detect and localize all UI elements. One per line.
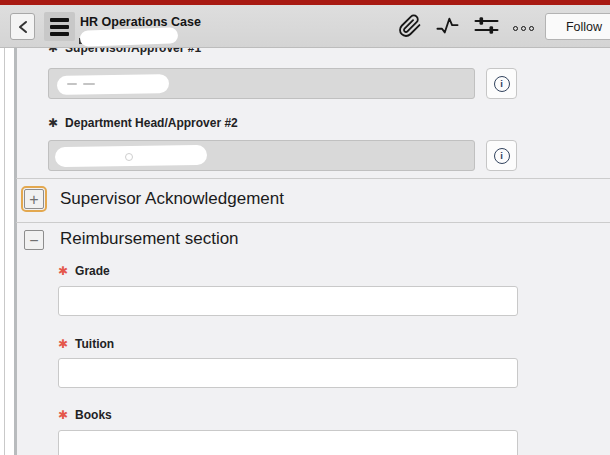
field-label-grade: ✱ Grade xyxy=(58,264,110,278)
field-label-books: ✱ Books xyxy=(58,408,112,422)
case-number-redaction xyxy=(80,27,178,46)
sliders-icon xyxy=(474,14,499,38)
section-title-supervisor-acknowledgement[interactable]: Supervisor Acknowledgement xyxy=(60,189,284,209)
department-head-approver-2-field[interactable] xyxy=(48,140,475,171)
expand-section-button[interactable]: + xyxy=(24,189,44,209)
personalize-form-button[interactable] xyxy=(472,10,500,42)
info-icon: i xyxy=(494,76,510,92)
page-title: HR Operations Case xyxy=(80,15,201,29)
section-title-reimbursement-section[interactable]: Reimbursement section xyxy=(60,229,239,249)
collapse-section-button[interactable]: − xyxy=(24,230,44,250)
left-gutter-line xyxy=(4,48,5,455)
books-input[interactable] xyxy=(58,430,518,455)
mandatory-required-icon: ✱ xyxy=(58,265,68,277)
supervisor-approver-1-field[interactable] xyxy=(48,68,475,99)
department-head-approver-2-info-button[interactable]: i xyxy=(486,140,517,171)
field-label-supervisor-approver-1: ✱ Supervisor/Approver #1 xyxy=(48,48,201,55)
more-options-button[interactable] xyxy=(508,12,538,44)
mandatory-filled-icon: ✱ xyxy=(48,117,58,129)
activity-pulse-icon xyxy=(435,15,460,37)
form-body: ✱ Supervisor/Approver #1 i ✱ Department … xyxy=(0,48,610,455)
redaction-remnant xyxy=(125,153,133,161)
field-label-tuition: ✱ Tuition xyxy=(58,337,114,351)
back-button[interactable] xyxy=(10,13,35,40)
redaction-remnant xyxy=(83,83,95,85)
mandatory-required-icon: ✱ xyxy=(58,338,68,350)
field-label-department-head-approver-2: ✱ Department Head/Approver #2 xyxy=(48,116,238,130)
activity-stream-button[interactable] xyxy=(433,10,461,42)
app-window: HR Operations Case Fo xyxy=(0,0,610,455)
info-icon: i xyxy=(494,148,510,164)
redaction-remnant xyxy=(67,83,77,85)
follow-button[interactable]: Follow xyxy=(545,13,610,40)
mandatory-filled-icon: ✱ xyxy=(48,48,58,54)
section-divider xyxy=(16,222,610,223)
grade-input[interactable] xyxy=(58,286,518,316)
section-divider xyxy=(16,178,610,179)
left-gutter-divider xyxy=(14,48,17,455)
supervisor-approver-1-info-button[interactable]: i xyxy=(486,68,517,99)
hamburger-icon xyxy=(50,18,69,36)
context-menu-button[interactable] xyxy=(44,12,75,41)
chevron-left-icon xyxy=(17,20,29,34)
attachments-button[interactable] xyxy=(396,10,424,42)
form-header: HR Operations Case Fo xyxy=(0,5,610,48)
tuition-input[interactable] xyxy=(58,358,518,388)
paperclip-icon xyxy=(398,14,422,38)
mandatory-required-icon: ✱ xyxy=(58,409,68,421)
ellipsis-icon xyxy=(513,26,534,31)
